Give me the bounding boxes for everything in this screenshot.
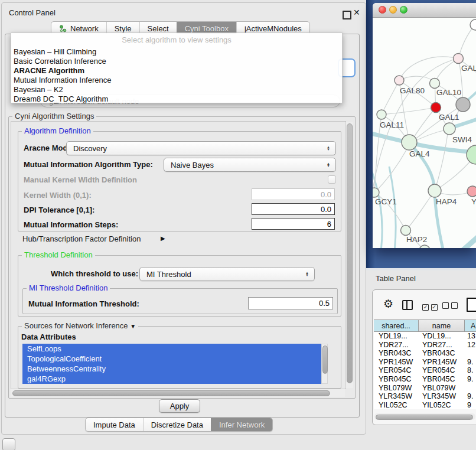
network-node-label: GAL1 <box>439 113 459 122</box>
network-graph[interactable]: GALGAL80GAL10GAL1GAL11SWI4GAL4GCY1HAP4YH… <box>373 18 476 248</box>
table-row[interactable]: YER054CYER054C8. <box>374 366 476 375</box>
network-edge[interactable] <box>382 80 399 115</box>
table-row[interactable]: YDR27...YDR27...12 <box>374 341 476 350</box>
which-threshold-value: MI Threshold <box>140 270 302 279</box>
which-threshold-select[interactable]: MI Threshold ▲▼ <box>139 267 315 281</box>
panel-grip-button[interactable] <box>2 438 15 450</box>
table-row[interactable]: YIL052CYIL052C9 <box>374 401 476 410</box>
network-window-titlebar[interactable] <box>373 3 476 18</box>
column-header-name[interactable]: name <box>419 319 465 332</box>
tab-label: Style <box>115 24 132 33</box>
data-attributes-label: Data Attributes <box>21 332 76 341</box>
network-node[interactable] <box>470 19 476 30</box>
table-horizontal-scrollbar[interactable] <box>374 413 475 420</box>
tab-label: Select <box>148 24 169 33</box>
network-node-label: HAP4 <box>436 197 457 206</box>
dpi-tolerance-field[interactable] <box>252 203 335 215</box>
deselect-all-columns-icon[interactable] <box>442 302 458 311</box>
close-window-icon[interactable] <box>379 6 386 14</box>
network-node[interactable] <box>456 97 470 112</box>
hub-expand-icon[interactable]: ▶ <box>161 235 165 242</box>
float-window-icon[interactable] <box>343 11 351 19</box>
column-header-partial[interactable]: A <box>465 319 476 332</box>
attributes-scroll-thumb[interactable] <box>322 345 328 374</box>
network-edge[interactable] <box>448 235 476 248</box>
cyni-bottom-tabbar: Impute DataDiscretize DataInfer Network <box>85 418 273 432</box>
close-panel-icon[interactable]: ✕ <box>353 8 360 17</box>
network-node-label: SWI4 <box>452 135 472 144</box>
network-node-gal4[interactable] <box>402 135 417 150</box>
algorithm-option[interactable]: Basic Correlation Inference <box>11 57 342 66</box>
data-attribute-item[interactable]: SelfLoops <box>22 344 321 354</box>
network-node-y[interactable] <box>467 186 476 197</box>
tab-label: Network <box>70 24 99 33</box>
network-node-hap2[interactable] <box>401 226 411 236</box>
network-node-hap4[interactable] <box>428 184 441 197</box>
algorithm-option[interactable]: ARACNE Algorithm <box>11 66 342 76</box>
algorithm-option[interactable]: Dream8 DC_TDC Algorithm <box>11 94 342 104</box>
table-row[interactable]: YDL19...YDL19...13 <box>374 332 476 341</box>
settings-vscroll-thumb[interactable] <box>347 123 353 383</box>
app-screen: Control Panel ✕ NetworkStyleSelectCyni T… <box>0 0 476 450</box>
aracne-mode-select[interactable]: Discovery ▲▼ <box>66 141 336 155</box>
data-attribute-item[interactable]: BetweennessCentrality <box>22 364 321 374</box>
select-all-columns-icon[interactable]: ✓ ✓ <box>422 302 438 311</box>
column-layout-icon[interactable] <box>402 300 413 310</box>
network-tab-icon <box>59 25 67 32</box>
network-node-gal10[interactable] <box>430 79 440 89</box>
data-attributes-list[interactable]: SelfLoopsTopologicalCoefficientBetweenne… <box>22 344 321 384</box>
table-row[interactable]: YBL079WYBL079W <box>374 384 476 393</box>
tab-infer-network[interactable]: Infer Network <box>211 418 272 431</box>
algorithm-dropdown: Select algorithm to view settings Bayesi… <box>11 32 343 103</box>
table-row[interactable]: YBR045CYBR045C9. <box>374 375 476 384</box>
table-row[interactable]: YPR145WYPR145W9. <box>374 358 476 367</box>
table-cell: YPR145W <box>419 358 465 367</box>
mi-steps-field[interactable] <box>252 218 335 230</box>
settings-hscroll-thumb[interactable] <box>12 390 330 396</box>
table-cell: YBL079W <box>374 384 419 393</box>
settings-horizontal-scrollbar[interactable] <box>11 389 345 397</box>
table-hscroll-thumb[interactable] <box>376 415 473 420</box>
table-body: YDL19...YDL19...13YDR27...YDR27...12YBR0… <box>374 332 476 409</box>
apply-button[interactable]: Apply <box>159 399 200 413</box>
algorithm-option[interactable]: Bayesian – K2 <box>11 85 342 94</box>
sources-collapse-icon[interactable]: ▼ <box>130 323 136 330</box>
algorithm-option[interactable]: Bayesian – Hill Climbing <box>11 47 342 57</box>
table-cell: YBR045C <box>419 375 465 384</box>
network-node[interactable] <box>419 245 430 248</box>
algorithm-option[interactable]: Mutual Information Inference <box>11 76 342 85</box>
column-header-shared-name[interactable]: shared... <box>374 319 419 332</box>
data-attribute-item[interactable]: gal4RGexp <box>22 374 321 384</box>
network-node-gal1[interactable] <box>431 103 441 113</box>
tab-discretize-data[interactable]: Discretize Data <box>143 418 211 431</box>
manual-kernel-checkbox[interactable] <box>328 175 336 184</box>
network-view-window: GALGAL80GAL10GAL1GAL11SWI4GAL4GCY1HAP4YH… <box>373 3 476 248</box>
network-edge[interactable] <box>406 191 435 230</box>
network-node-gcy1[interactable] <box>373 188 379 197</box>
zoom-window-icon[interactable] <box>400 6 407 14</box>
mi-threshold-field[interactable] <box>248 297 333 309</box>
table-header-row: shared... name A <box>374 319 476 332</box>
table-row[interactable]: YBR043CYBR043C <box>374 349 476 358</box>
network-node-gal[interactable] <box>454 54 464 64</box>
table-row[interactable]: YLR345WYLR345W9. <box>374 392 476 401</box>
minimize-window-icon[interactable] <box>389 6 397 14</box>
network-node-label: GAL10 <box>436 88 461 97</box>
network-node-gal11[interactable] <box>377 110 386 119</box>
table-cell: YIL052C <box>419 401 465 410</box>
network-canvas[interactable]: GALGAL80GAL10GAL1GAL11SWI4GAL4GCY1HAP4YH… <box>373 18 476 248</box>
export-table-icon[interactable] <box>467 298 476 312</box>
kernel-width-field[interactable] <box>252 188 335 200</box>
network-node-swi4[interactable] <box>444 123 455 135</box>
network-node-gal80[interactable] <box>395 76 404 85</box>
network-node-label: GAL <box>461 64 476 73</box>
data-attribute-item[interactable]: TopologicalCoefficient <box>22 354 321 364</box>
table-settings-gear-icon[interactable]: ⚙ <box>383 297 393 311</box>
settings-vertical-scrollbar[interactable] <box>345 122 353 388</box>
network-node[interactable] <box>467 145 476 164</box>
mi-algorithm-type-select[interactable]: Naive Bayes ▲▼ <box>164 158 336 172</box>
network-edge[interactable] <box>382 107 436 115</box>
tab-impute-data[interactable]: Impute Data <box>86 418 143 431</box>
network-edge[interactable] <box>435 129 448 191</box>
attributes-scrollbar[interactable] <box>321 344 328 384</box>
